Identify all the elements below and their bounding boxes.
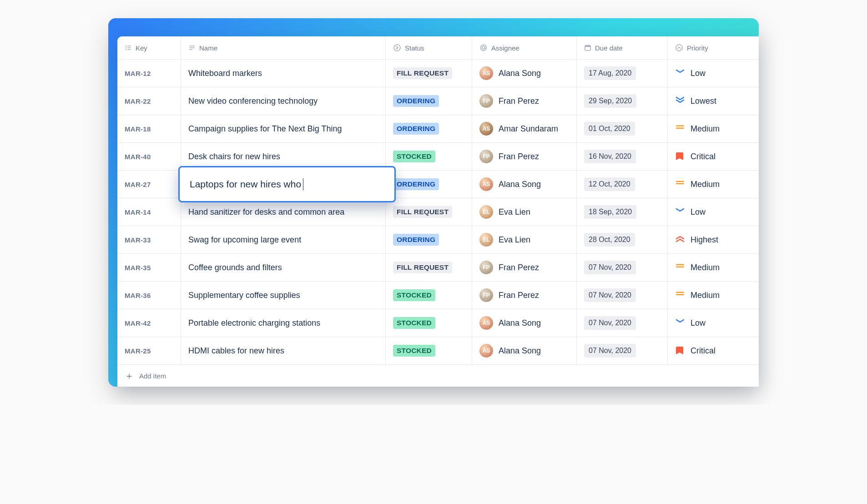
cell-assignee[interactable]: ASAlana Song bbox=[472, 60, 577, 87]
cell-due-date[interactable]: 07 Nov, 2020 bbox=[577, 337, 668, 364]
cell-priority[interactable]: Highest bbox=[668, 226, 745, 253]
cell-status[interactable]: ORDERING bbox=[386, 171, 472, 198]
status-badge[interactable]: ORDERING bbox=[393, 95, 439, 107]
cell-due-date[interactable]: 07 Nov, 2020 bbox=[577, 254, 668, 281]
cell-due-date[interactable]: 29 Sep, 2020 bbox=[577, 87, 668, 115]
cell-due-date[interactable]: 17 Aug, 2020 bbox=[577, 60, 668, 87]
cell-due-date[interactable]: 12 Oct, 2020 bbox=[577, 171, 668, 198]
column-header-due-date[interactable]: Due date bbox=[577, 36, 668, 59]
status-badge[interactable]: STOCKED bbox=[393, 151, 435, 162]
cell-key[interactable]: MAR-42 bbox=[117, 309, 181, 337]
avatar: FP bbox=[479, 288, 493, 302]
cell-priority[interactable]: Medium bbox=[668, 115, 745, 142]
cell-due-date[interactable]: 16 Nov, 2020 bbox=[577, 143, 668, 170]
cell-status[interactable]: FILL REQUEST bbox=[386, 254, 472, 281]
cell-due-date[interactable]: 28 Oct, 2020 bbox=[577, 226, 668, 253]
cell-name[interactable]: Laptops for new hires who bbox=[181, 171, 386, 198]
issue-key: MAR-36 bbox=[125, 292, 151, 299]
cell-status[interactable]: STOCKED bbox=[386, 282, 472, 309]
status-badge[interactable]: FILL REQUEST bbox=[393, 262, 452, 273]
column-header-priority[interactable]: Priority bbox=[668, 36, 745, 59]
table-row[interactable]: MAR-42Portable electronic charging stati… bbox=[117, 309, 759, 337]
status-badge[interactable]: STOCKED bbox=[393, 345, 435, 357]
column-header-key[interactable]: Key bbox=[117, 36, 181, 59]
cell-name[interactable]: Whiteboard markers bbox=[181, 60, 386, 87]
cell-name[interactable]: Campaign supplies for The Next Big Thing bbox=[181, 115, 386, 142]
cell-due-date[interactable]: 18 Sep, 2020 bbox=[577, 198, 668, 226]
issue-key: MAR-33 bbox=[125, 236, 151, 244]
column-header-name[interactable]: Name bbox=[181, 36, 386, 59]
cell-priority[interactable]: Low bbox=[668, 309, 745, 337]
table-row[interactable]: MAR-14Hand sanitizer for desks and commo… bbox=[117, 198, 759, 226]
cell-assignee[interactable]: ASAlana Song bbox=[472, 171, 577, 198]
cell-assignee[interactable]: ELEva Lien bbox=[472, 198, 577, 226]
cell-status[interactable]: STOCKED bbox=[386, 309, 472, 337]
cell-status[interactable]: STOCKED bbox=[386, 143, 472, 170]
cell-assignee[interactable]: FPFran Perez bbox=[472, 143, 577, 170]
table-row[interactable]: MAR-36Supplementary coffee suppliesSTOCK… bbox=[117, 282, 759, 309]
cell-name[interactable]: New video conferencing technology bbox=[181, 87, 386, 115]
cell-status[interactable]: ORDERING bbox=[386, 226, 472, 253]
cell-name[interactable]: Coffee grounds and filters bbox=[181, 254, 386, 281]
cell-name[interactable]: Hand sanitizer for desks and common area bbox=[181, 198, 386, 226]
name-edit-input[interactable]: Laptops for new hires who bbox=[178, 166, 396, 202]
cell-priority[interactable]: Medium bbox=[668, 282, 745, 309]
status-badge[interactable]: FILL REQUEST bbox=[393, 67, 452, 79]
status-badge[interactable]: ORDERING bbox=[393, 178, 439, 190]
cell-key[interactable]: MAR-14 bbox=[117, 198, 181, 226]
cell-due-date[interactable]: 07 Nov, 2020 bbox=[577, 282, 668, 309]
cell-priority[interactable]: Medium bbox=[668, 171, 745, 198]
cell-assignee[interactable]: ELEva Lien bbox=[472, 226, 577, 253]
svg-rect-22 bbox=[676, 292, 684, 293]
issue-name: Swag for upcoming large event bbox=[188, 235, 301, 245]
cell-status[interactable]: FILL REQUEST bbox=[386, 198, 472, 226]
cell-key[interactable]: MAR-12 bbox=[117, 60, 181, 87]
cell-key[interactable]: MAR-27 bbox=[117, 171, 181, 198]
cell-key[interactable]: MAR-40 bbox=[117, 143, 181, 170]
cell-status[interactable]: ORDERING bbox=[386, 115, 472, 142]
due-date: 18 Sep, 2020 bbox=[584, 205, 636, 219]
cell-status[interactable]: STOCKED bbox=[386, 337, 472, 364]
cell-key[interactable]: MAR-18 bbox=[117, 115, 181, 142]
cell-priority[interactable]: Medium bbox=[668, 254, 745, 281]
cell-assignee[interactable]: ASAmar Sundaram bbox=[472, 115, 577, 142]
table-row[interactable]: MAR-35Coffee grounds and filtersFILL REQ… bbox=[117, 254, 759, 282]
cell-assignee[interactable]: FPFran Perez bbox=[472, 254, 577, 281]
cell-due-date[interactable]: 01 Oct, 2020 bbox=[577, 115, 668, 142]
cell-key[interactable]: MAR-22 bbox=[117, 87, 181, 115]
cell-name[interactable]: HDMI cables for new hires bbox=[181, 337, 386, 364]
status-badge[interactable]: ORDERING bbox=[393, 123, 439, 135]
cell-status[interactable]: FILL REQUEST bbox=[386, 60, 472, 87]
column-header-assignee[interactable]: Assignee bbox=[472, 36, 577, 59]
cell-due-date[interactable]: 07 Nov, 2020 bbox=[577, 309, 668, 337]
cell-name[interactable]: Supplementary coffee supplies bbox=[181, 282, 386, 309]
cell-key[interactable]: MAR-25 bbox=[117, 337, 181, 364]
table-row[interactable]: MAR-12Whiteboard markersFILL REQUESTASAl… bbox=[117, 60, 759, 87]
status-badge[interactable]: FILL REQUEST bbox=[393, 206, 452, 218]
table-row[interactable]: MAR-18Campaign supplies for The Next Big… bbox=[117, 115, 759, 143]
add-item-button[interactable]: ＋ Add item bbox=[117, 365, 759, 387]
cell-key[interactable]: MAR-35 bbox=[117, 254, 181, 281]
cell-status[interactable]: ORDERING bbox=[386, 87, 472, 115]
table-row[interactable]: MAR-27Laptops for new hires who ORDERING… bbox=[117, 171, 759, 198]
cell-name[interactable]: Swag for upcoming large event bbox=[181, 226, 386, 253]
cell-name[interactable]: Portable electronic charging stations bbox=[181, 309, 386, 337]
cell-assignee[interactable]: FPFran Perez bbox=[472, 87, 577, 115]
cell-key[interactable]: MAR-33 bbox=[117, 226, 181, 253]
column-header-status[interactable]: Status bbox=[386, 36, 472, 59]
cell-key[interactable]: MAR-36 bbox=[117, 282, 181, 309]
status-badge[interactable]: STOCKED bbox=[393, 317, 435, 329]
table-row[interactable]: MAR-22New video conferencing technologyO… bbox=[117, 87, 759, 115]
cell-assignee[interactable]: ASAlana Song bbox=[472, 337, 577, 364]
table-row[interactable]: MAR-25HDMI cables for new hiresSTOCKEDAS… bbox=[117, 337, 759, 365]
cell-assignee[interactable]: FPFran Perez bbox=[472, 282, 577, 309]
cell-priority[interactable]: Low bbox=[668, 198, 745, 226]
cell-priority[interactable]: Critical bbox=[668, 337, 745, 364]
cell-priority[interactable]: Critical bbox=[668, 143, 745, 170]
cell-priority[interactable]: Low bbox=[668, 60, 745, 87]
table-row[interactable]: MAR-33Swag for upcoming large eventORDER… bbox=[117, 226, 759, 254]
cell-assignee[interactable]: ASAlana Song bbox=[472, 309, 577, 337]
status-badge[interactable]: STOCKED bbox=[393, 289, 435, 301]
cell-priority[interactable]: Lowest bbox=[668, 87, 745, 115]
status-badge[interactable]: ORDERING bbox=[393, 234, 439, 246]
